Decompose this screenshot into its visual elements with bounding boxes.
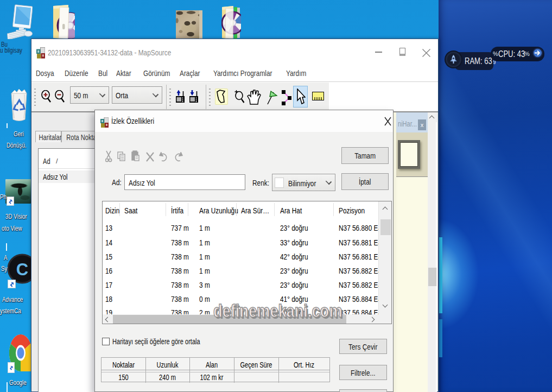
svg-text:C: C bbox=[16, 260, 28, 279]
